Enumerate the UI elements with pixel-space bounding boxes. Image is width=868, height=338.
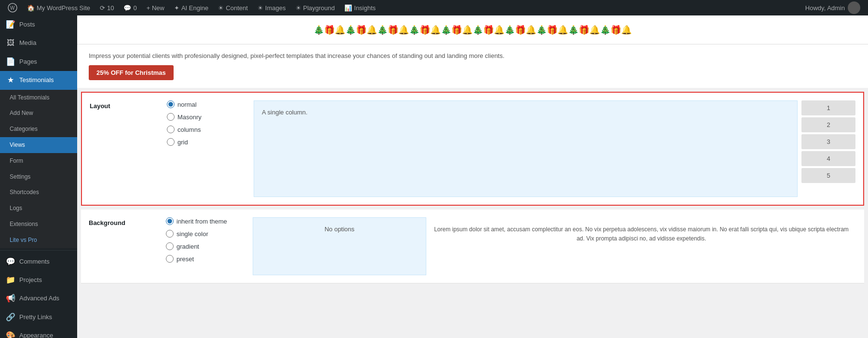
layout-option-columns[interactable]: columns <box>167 126 254 133</box>
sidebar-item-categories[interactable]: Categories <box>0 121 77 137</box>
sidebar-item-shortcodes[interactable]: Shortcodes <box>0 184 77 200</box>
media-icon: 🖼 <box>6 38 15 48</box>
avatar[interactable] <box>848 1 860 14</box>
advanced-ads-icon: 📢 <box>6 293 15 304</box>
projects-icon: 📁 <box>6 275 15 285</box>
wp-logo[interactable]: W <box>4 3 21 13</box>
insights-icon: 📊 <box>344 4 352 12</box>
layout-radio-normal[interactable] <box>167 100 175 108</box>
home-icon: 🏠 <box>27 4 35 12</box>
sidebar-item-all-testimonials[interactable]: All Testimonials <box>0 90 77 106</box>
sidebar-item-add-new[interactable]: Add New <box>0 105 77 121</box>
bg-option-gradient[interactable]: gradient <box>166 242 253 250</box>
col-num-4[interactable]: 4 <box>801 151 855 166</box>
sidebar-item-comments[interactable]: 💬 Comments <box>0 253 77 271</box>
sidebar-item-media[interactable]: 🖼 Media <box>0 34 77 52</box>
sidebar-item-projects[interactable]: 📁 Projects <box>0 271 77 289</box>
bg-radio-single-color[interactable] <box>166 230 174 238</box>
main-content: 🎄🎁🔔🎄🎁🔔🎄🎁🔔🎄🎁🔔🎄🎁🔔🎄🎁🔔🎄🎁🔔🎄🎁🔔🎄🎁🔔🎄🎁🔔 Impress y… <box>77 15 868 338</box>
bg-radio-gradient[interactable] <box>166 242 174 250</box>
background-preview: No options <box>253 217 426 275</box>
background-text-preview: Lorem ipsum dolor sit amet, accusam comp… <box>426 217 856 275</box>
layout-option-masonry[interactable]: Masonry <box>167 113 254 121</box>
comments-bar-item[interactable]: 💬 0 <box>120 0 140 15</box>
col-num-5[interactable]: 5 <box>801 168 855 183</box>
svg-text:W: W <box>10 5 15 11</box>
content-icon: ☀ <box>218 4 224 12</box>
testimonials-icon: ★ <box>6 75 15 85</box>
playground-icon: ☀ <box>296 4 301 12</box>
bg-option-inherit[interactable]: inherit from theme <box>166 217 253 225</box>
layout-radio-grid[interactable] <box>167 138 175 146</box>
banner-area: 🎄🎁🔔🎄🎁🔔🎄🎁🔔🎄🎁🔔🎄🎁🔔🎄🎁🔔🎄🎁🔔🎄🎁🔔🎄🎁🔔🎄🎁🔔 Impress y… <box>77 15 868 88</box>
site-name[interactable]: 🏠 My WordPress Site <box>23 0 94 15</box>
images-icon: ☀ <box>258 4 263 12</box>
sidebar-item-posts[interactable]: 📝 Posts <box>0 15 77 34</box>
pages-icon: 📄 <box>6 56 15 67</box>
bg-option-preset[interactable]: preset <box>166 255 253 263</box>
pretty-links-icon: 🔗 <box>6 312 15 323</box>
bg-radio-preset[interactable] <box>166 255 174 263</box>
sidebar-item-views[interactable]: Views <box>0 137 77 153</box>
sidebar-separator-1 <box>0 250 77 251</box>
new-bar-item[interactable]: + New <box>143 0 168 15</box>
banner-decorative: 🎄🎁🔔🎄🎁🔔🎄🎁🔔🎄🎁🔔🎄🎁🔔🎄🎁🔔🎄🎁🔔🎄🎁🔔🎄🎁🔔🎄🎁🔔 <box>77 15 868 44</box>
col-num-1[interactable]: 1 <box>801 100 855 115</box>
layout-label: Layout <box>90 100 167 197</box>
comments-icon: 💬 <box>6 256 15 267</box>
sidebar-item-advanced-ads[interactable]: 📢 Advanced Ads <box>0 289 77 308</box>
sidebar-item-extensions[interactable]: Extensions <box>0 216 77 232</box>
bg-radio-inherit[interactable] <box>166 217 174 225</box>
monitor-icon: ⟳ <box>100 4 105 12</box>
playground-bar-item[interactable]: ☀ Playground <box>292 0 339 15</box>
col-num-3[interactable]: 3 <box>801 134 855 149</box>
layout-option-normal[interactable]: normal <box>167 100 254 108</box>
sidebar-item-appearance[interactable]: 🎨 Appearance <box>0 326 77 338</box>
column-numbers: 1 2 3 4 5 <box>798 100 855 197</box>
comment-icon: 💬 <box>123 4 131 12</box>
monitor-bar-item[interactable]: ⟳ 10 <box>96 0 118 15</box>
sidebar-item-pretty-links[interactable]: 🔗 Pretty Links <box>0 308 77 326</box>
appearance-icon: 🎨 <box>6 330 15 338</box>
sidebar: 📝 Posts 🖼 Media 📄 Pages ★ Testimonials A… <box>0 15 77 338</box>
banner-text: Impress your potential clients with prof… <box>77 44 868 88</box>
christmas-button[interactable]: 25% OFF for Christmas <box>89 65 174 80</box>
layout-options: normal Masonry columns grid <box>167 100 254 197</box>
ai-icon: ✦ <box>174 4 179 12</box>
banner-description: Impress your potential clients with prof… <box>89 52 856 59</box>
layout-preview: A single column. <box>254 100 798 197</box>
background-label: Background <box>89 217 166 275</box>
layout-radio-masonry[interactable] <box>167 113 175 121</box>
howdy-text: Howdy, Admin <box>801 1 864 14</box>
sidebar-item-form[interactable]: Form <box>0 153 77 169</box>
sidebar-item-logs[interactable]: Logs <box>0 200 77 216</box>
ai-engine-bar-item[interactable]: ✦ AI Engine <box>170 0 212 15</box>
sidebar-item-pages[interactable]: 📄 Pages <box>0 53 77 71</box>
content-bar-item[interactable]: ☀ Content <box>214 0 252 15</box>
col-num-2[interactable]: 2 <box>801 117 855 132</box>
bg-option-single-color[interactable]: single color <box>166 230 253 238</box>
insights-bar-item[interactable]: 📊 Insights <box>340 0 380 15</box>
layout-radio-columns[interactable] <box>167 126 175 133</box>
admin-bar: W 🏠 My WordPress Site ⟳ 10 💬 0 + New ✦ A… <box>0 0 868 15</box>
xmas-icons: 🎄🎁🔔🎄🎁🔔🎄🎁🔔🎄🎁🔔🎄🎁🔔🎄🎁🔔🎄🎁🔔🎄🎁🔔🎄🎁🔔🎄🎁🔔 <box>77 25 868 35</box>
sidebar-item-settings[interactable]: Settings <box>0 169 77 185</box>
layout-section: Layout normal Masonry columns grid <box>81 92 864 206</box>
sidebar-item-testimonials[interactable]: ★ Testimonials <box>0 71 77 89</box>
posts-icon: 📝 <box>6 19 15 30</box>
sidebar-item-lite-vs-pro[interactable]: Lite vs Pro <box>0 232 77 248</box>
images-bar-item[interactable]: ☀ Images <box>254 0 290 15</box>
background-section: Background inherit from theme single col… <box>81 210 864 283</box>
background-options: inherit from theme single color gradient… <box>166 217 253 275</box>
layout-option-grid[interactable]: grid <box>167 138 254 146</box>
